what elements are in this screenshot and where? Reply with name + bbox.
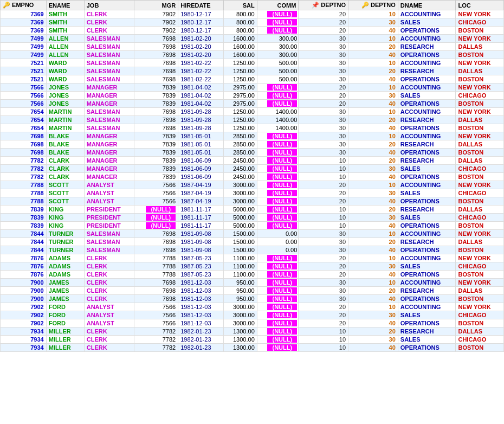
cell-deptno-emp: 30 bbox=[299, 295, 348, 303]
cell-hiredate: 1981-12-03 bbox=[178, 287, 223, 295]
cell-comm: (NULL) bbox=[257, 132, 299, 140]
cell-ename: MILLER bbox=[46, 336, 84, 344]
cell-comm: (NULL) bbox=[257, 287, 299, 295]
cell-job: ANALYST bbox=[84, 319, 134, 327]
cell-hiredate: 1981-06-09 bbox=[178, 165, 223, 173]
cell-empno: 7782 bbox=[1, 157, 47, 165]
cell-hiredate: 1981-02-20 bbox=[178, 43, 223, 51]
cell-deptno-dept: 30 bbox=[348, 214, 398, 222]
cell-hiredate: 1981-09-08 bbox=[178, 246, 223, 254]
cell-mgr: 7566 bbox=[134, 197, 178, 205]
cell-sal: 5000.00 bbox=[223, 222, 257, 230]
cell-comm: (NULL) bbox=[257, 197, 299, 205]
cell-job: ANALYST bbox=[84, 311, 134, 319]
cell-deptno-emp: 30 bbox=[299, 116, 348, 124]
col-deptno-left: 📌 DEPTNO bbox=[299, 1, 348, 10]
cell-deptno-dept: 30 bbox=[348, 189, 398, 197]
cell-dname: ACCOUNTING bbox=[398, 303, 456, 311]
cell-dname: OPERATIONS bbox=[398, 149, 456, 157]
cell-deptno-dept: 40 bbox=[348, 149, 398, 157]
cell-sal: 1500.00 bbox=[223, 238, 257, 246]
cell-mgr: 7839 bbox=[134, 92, 178, 100]
cell-dname: OPERATIONS bbox=[398, 75, 456, 83]
cell-ename: SMITH bbox=[46, 18, 84, 27]
cell-mgr: 7788 bbox=[134, 271, 178, 279]
cell-ename: WARD bbox=[46, 59, 84, 67]
cell-empno: 7369 bbox=[1, 27, 47, 35]
cell-job: SALESMAN bbox=[84, 238, 134, 246]
cell-loc: DALLAS bbox=[456, 327, 504, 336]
cell-deptno-dept: 10 bbox=[348, 35, 398, 43]
cell-dname: SALES bbox=[398, 214, 456, 222]
cell-loc: CHICAGO bbox=[456, 336, 504, 344]
cell-deptno-emp: 30 bbox=[299, 287, 348, 295]
cell-sal: 5000.00 bbox=[223, 214, 257, 222]
cell-ename: JAMES bbox=[46, 279, 84, 287]
cell-ename: FORD bbox=[46, 319, 84, 327]
cell-loc: CHICAGO bbox=[456, 18, 504, 27]
cell-hiredate: 1981-02-22 bbox=[178, 67, 223, 75]
cell-deptno-emp: 10 bbox=[299, 214, 348, 222]
cell-mgr: 7698 bbox=[134, 59, 178, 67]
cell-loc: BOSTON bbox=[456, 344, 504, 352]
cell-comm: 500.00 bbox=[257, 59, 299, 67]
cell-dname: OPERATIONS bbox=[398, 173, 456, 181]
cell-loc: BOSTON bbox=[456, 246, 504, 254]
cell-loc: NEW YORK bbox=[456, 83, 504, 92]
cell-comm: (NULL) bbox=[257, 262, 299, 271]
cell-dname: SALES bbox=[398, 336, 456, 344]
cell-sal: 3000.00 bbox=[223, 197, 257, 205]
cell-sal: 1100.00 bbox=[223, 262, 257, 271]
cell-dname: SALES bbox=[398, 311, 456, 319]
cell-deptno-dept: 40 bbox=[348, 51, 398, 59]
cell-job: SALESMAN bbox=[84, 75, 134, 83]
cell-job: MANAGER bbox=[84, 149, 134, 157]
cell-hiredate: 1981-02-22 bbox=[178, 59, 223, 67]
cell-mgr: 7698 bbox=[134, 295, 178, 303]
cell-deptno-emp: 30 bbox=[299, 108, 348, 116]
cell-deptno-emp: 30 bbox=[299, 67, 348, 75]
cell-ename: MILLER bbox=[46, 344, 84, 352]
cell-ename: SMITH bbox=[46, 10, 84, 18]
cell-hiredate: 1981-06-09 bbox=[178, 173, 223, 181]
cell-sal: 2850.00 bbox=[223, 149, 257, 157]
cell-job: SALESMAN bbox=[84, 35, 134, 43]
cell-job: SALESMAN bbox=[84, 108, 134, 116]
cell-mgr: (NULL) bbox=[134, 214, 178, 222]
cell-comm: 300.00 bbox=[257, 51, 299, 59]
cell-empno: 7499 bbox=[1, 51, 47, 59]
cell-sal: 1500.00 bbox=[223, 246, 257, 254]
cell-empno: 7902 bbox=[1, 303, 47, 311]
cell-job: PRESIDENT bbox=[84, 205, 134, 214]
cell-job: CLERK bbox=[84, 18, 134, 27]
cell-mgr: 7698 bbox=[134, 238, 178, 246]
cell-loc: CHICAGO bbox=[456, 262, 504, 271]
cell-hiredate: 1981-04-02 bbox=[178, 100, 223, 108]
col-job: JOB bbox=[84, 1, 134, 10]
cell-deptno-dept: 10 bbox=[348, 254, 398, 262]
cell-hiredate: 1981-11-17 bbox=[178, 205, 223, 214]
cell-loc: NEW YORK bbox=[456, 279, 504, 287]
cell-mgr: 7566 bbox=[134, 303, 178, 311]
cell-deptno-dept: 10 bbox=[348, 303, 398, 311]
cell-hiredate: 1981-09-28 bbox=[178, 116, 223, 124]
cell-mgr: 7698 bbox=[134, 67, 178, 75]
cell-sal: 2850.00 bbox=[223, 132, 257, 140]
cell-deptno-emp: 20 bbox=[299, 18, 348, 27]
cell-job: MANAGER bbox=[84, 92, 134, 100]
cell-loc: BOSTON bbox=[456, 173, 504, 181]
cell-ename: SCOTT bbox=[46, 189, 84, 197]
cell-deptno-emp: 10 bbox=[299, 205, 348, 214]
cell-ename: CLARK bbox=[46, 173, 84, 181]
col-dname: DNAME bbox=[398, 1, 456, 10]
cell-mgr: 7902 bbox=[134, 18, 178, 27]
cell-dname: ACCOUNTING bbox=[398, 230, 456, 238]
cell-deptno-dept: 20 bbox=[348, 287, 398, 295]
cell-mgr: (NULL) bbox=[134, 222, 178, 230]
cell-hiredate: 1981-05-01 bbox=[178, 140, 223, 149]
cell-empno: 7698 bbox=[1, 140, 47, 149]
cell-hiredate: 1987-04-19 bbox=[178, 181, 223, 189]
cell-comm: 1400.00 bbox=[257, 116, 299, 124]
cell-deptno-emp: 30 bbox=[299, 279, 348, 287]
cell-job: MANAGER bbox=[84, 83, 134, 92]
